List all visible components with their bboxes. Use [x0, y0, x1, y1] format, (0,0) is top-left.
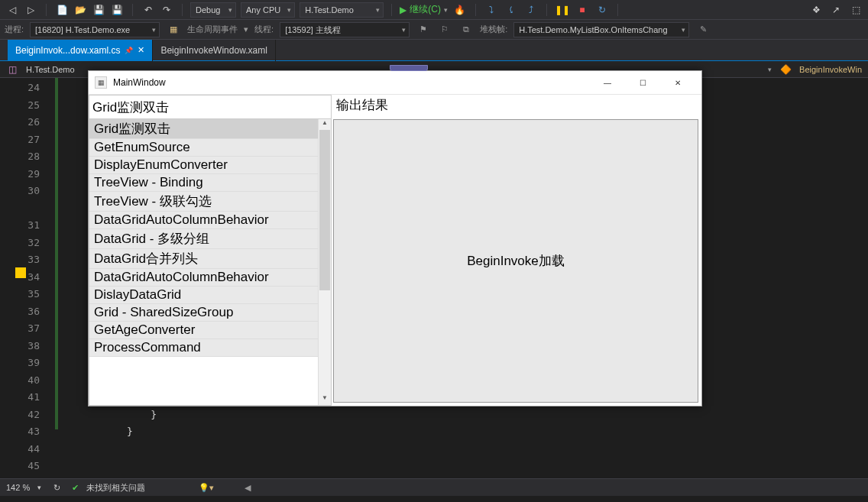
list-item[interactable]: ProcessCommand [89, 339, 331, 357]
list-item[interactable]: TreeView - Binding [89, 174, 331, 192]
debug-overlay-grip[interactable] [390, 65, 428, 71]
step-over-icon[interactable]: ⤵ [484, 2, 499, 18]
list-item[interactable]: DataGridAutoColumnBehavior [89, 269, 331, 287]
restart-icon[interactable]: ↻ [594, 2, 610, 18]
open-file-icon[interactable]: 📂 [73, 2, 88, 18]
main-toolbar: ◁ ▷ 📄 📂 💾 💾 ↶ ↷ Debug Any CPU H.Test.Dem… [0, 0, 868, 20]
thread-dropdown[interactable]: [13592] 主线程 [280, 22, 410, 37]
list-item[interactable]: Grid - SharedSizeGroup [89, 304, 331, 322]
list-item[interactable]: DataGridAutoColumnBehavior [89, 212, 331, 229]
tool-icon-a[interactable]: ✎ [695, 22, 711, 37]
maximize-button[interactable]: ☐ [625, 71, 660, 94]
tool-icon-3[interactable]: ⬚ [848, 2, 863, 18]
nav-fwd-icon[interactable]: ▷ [23, 2, 38, 18]
nav-back-icon[interactable]: ◁ [5, 2, 20, 18]
process-label: 进程: [5, 24, 24, 35]
wpf-main-window: ▦ MainWindow — ☐ ✕ Grid监测双击GetEnumSource… [88, 70, 702, 406]
output-text: BeginInvoke加载 [467, 252, 565, 270]
output-label: 输出结果 [332, 95, 701, 119]
output-panel: BeginInvoke加载 [333, 119, 698, 403]
scroll-thumb[interactable] [319, 130, 330, 290]
hot-reload-icon[interactable]: 🔥 [452, 2, 468, 18]
step-into-icon[interactable]: ⤹ [504, 2, 519, 18]
lifecycle-icon[interactable]: ▦ [166, 22, 181, 37]
stop-icon[interactable]: ■ [575, 2, 590, 18]
wpf-titlebar[interactable]: ▦ MainWindow — ☐ ✕ [89, 71, 701, 94]
document-tabs: BeiginInvok...dow.xaml.cs 📌 ✕ BeiginInvo… [0, 40, 868, 61]
tool-icon-1[interactable]: ❖ [808, 2, 824, 18]
list-item[interactable]: DataGrid合并列头 [89, 249, 331, 269]
list-item[interactable]: DisplayEnumConverter [89, 157, 331, 174]
new-file-icon[interactable]: 📄 [54, 2, 70, 18]
search-box[interactable] [89, 95, 332, 119]
lifecycle-label: 生命周期事件 [187, 24, 238, 35]
tool-icon-2[interactable]: ↗ [828, 2, 844, 18]
list-item[interactable]: GetEnumSource [89, 139, 331, 157]
list-item[interactable]: TreeView - 级联勾选 [89, 192, 331, 212]
app-icon: ▦ [95, 76, 107, 89]
scroll-down-icon[interactable]: ▼ [319, 394, 331, 405]
flag2-icon[interactable]: ⚐ [437, 22, 452, 37]
current-line-arrow-icon [15, 267, 26, 278]
stackframe-label: 堆栈帧: [480, 24, 507, 35]
process-dropdown[interactable]: [16820] H.Test.Demo.exe [30, 22, 160, 37]
continue-button[interactable]: ▶ 继续(C) ▾ [400, 3, 448, 16]
line-gutter: 24252627282930 3132333435363738394041424… [0, 78, 55, 478]
project-name[interactable]: H.Test.Demo [26, 65, 75, 74]
thread-label: 线程: [254, 24, 274, 35]
play-icon: ▶ [400, 5, 406, 15]
zoom-level[interactable]: 142 % [6, 483, 30, 492]
close-icon[interactable]: ✕ [138, 45, 144, 55]
save-icon[interactable]: 💾 [91, 2, 106, 18]
save-all-icon[interactable]: 💾 [109, 2, 125, 18]
startup-dropdown[interactable]: H.Test.Demo [300, 2, 384, 18]
list-item[interactable]: DataGrid - 多级分组 [89, 229, 331, 249]
scroll-up-icon[interactable]: ▲ [319, 119, 331, 130]
undo-icon[interactable]: ↶ [141, 2, 156, 18]
pause-icon[interactable]: ❚❚ [555, 2, 570, 18]
flag-icon[interactable]: ⚑ [416, 22, 431, 37]
stackframe-dropdown[interactable]: H.Test.Demo.MyListBox.OnItemsChang [513, 22, 689, 37]
search-input[interactable] [92, 97, 328, 117]
item-listbox[interactable]: Grid监测双击GetEnumSourceDisplayEnumConverte… [89, 119, 332, 406]
step-out-icon[interactable]: ⤴ [523, 2, 539, 18]
scrollbar[interactable]: ▲ ▼ [318, 119, 331, 405]
close-button[interactable]: ✕ [660, 71, 695, 94]
threads-icon[interactable]: ⧉ [458, 22, 474, 37]
change-marker [55, 78, 58, 429]
platform-dropdown[interactable]: Any CPU [241, 2, 295, 18]
window-title: MainWindow [113, 77, 166, 88]
tab-label: BeiginInvok...dow.xaml.cs [15, 45, 120, 56]
tab-label: BeiginInvokeWindow.xaml [160, 45, 267, 56]
pin-icon[interactable]: 📌 [125, 47, 133, 54]
tab-second[interactable]: BeiginInvokeWindow.xaml [153, 40, 275, 61]
project-icon: ◫ [6, 63, 18, 76]
member-dropdown[interactable]: BeiginInvokeWin [799, 65, 862, 74]
config-dropdown[interactable]: Debug [190, 2, 236, 18]
debug-context-bar: 进程: [16820] H.Test.Demo.exe ▦ 生命周期事件 ▾ 线… [0, 20, 868, 40]
class-icon: 🔶 [779, 63, 792, 76]
list-item[interactable]: Grid监测双击 [89, 119, 331, 139]
tab-active[interactable]: BeiginInvok...dow.xaml.cs 📌 ✕ [8, 40, 153, 61]
redo-icon[interactable]: ↷ [159, 2, 174, 18]
list-item[interactable]: DislayDataGrid [89, 287, 331, 304]
list-item[interactable]: GetAgeConverter [89, 322, 331, 339]
minimize-button[interactable]: — [590, 71, 625, 94]
